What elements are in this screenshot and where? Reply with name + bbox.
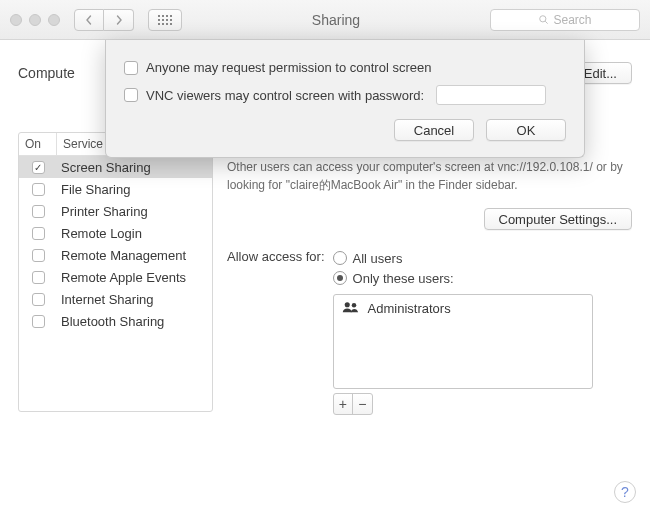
user-add-remove: + − <box>333 393 373 415</box>
users-icon <box>342 300 360 317</box>
service-label: Internet Sharing <box>57 292 212 307</box>
search-placeholder: Search <box>553 13 591 27</box>
service-row[interactable]: Remote Login <box>19 222 212 244</box>
back-button[interactable] <box>74 9 104 31</box>
opt-anyone-request: Anyone may request permission to control… <box>124 60 566 75</box>
ok-button[interactable]: OK <box>486 119 566 141</box>
remove-user-button[interactable]: − <box>353 394 372 414</box>
service-row[interactable]: Bluetooth Sharing <box>19 310 212 332</box>
user-list[interactable]: Administrators <box>333 294 593 389</box>
forward-button[interactable] <box>104 9 134 31</box>
opt-vnc-password-label: VNC viewers may control screen with pass… <box>146 88 424 103</box>
close-window-icon[interactable] <box>10 14 22 26</box>
service-label: Printer Sharing <box>57 204 212 219</box>
service-label: Remote Apple Events <box>57 270 212 285</box>
cancel-button[interactable]: Cancel <box>394 119 474 141</box>
window-title: Sharing <box>190 12 482 28</box>
list-item[interactable]: Administrators <box>334 295 592 322</box>
svg-point-3 <box>351 303 356 308</box>
service-row[interactable]: Remote Apple Events <box>19 266 212 288</box>
column-on: On <box>19 133 57 155</box>
service-checkbox[interactable] <box>32 161 45 174</box>
radio-only-users-label: Only these users: <box>353 271 454 286</box>
radio-all-users[interactable] <box>333 251 347 265</box>
service-checkbox[interactable] <box>32 205 45 218</box>
radio-all-users-label: All users <box>353 251 403 266</box>
minimize-window-icon[interactable] <box>29 14 41 26</box>
vnc-password-field[interactable] <box>436 85 546 105</box>
nav-buttons <box>74 9 134 31</box>
computer-settings-sheet: Anyone may request permission to control… <box>105 40 585 158</box>
search-icon <box>538 14 549 25</box>
service-row[interactable]: Printer Sharing <box>19 200 212 222</box>
allow-access-label: Allow access for: <box>227 248 325 264</box>
service-checkbox[interactable] <box>32 183 45 196</box>
svg-line-1 <box>546 21 548 23</box>
service-checkbox[interactable] <box>32 249 45 262</box>
service-label: Bluetooth Sharing <box>57 314 212 329</box>
opt-vnc-password: VNC viewers may control screen with pass… <box>124 85 566 105</box>
svg-point-0 <box>540 16 546 22</box>
service-row[interactable]: File Sharing <box>19 178 212 200</box>
service-checkbox[interactable] <box>32 227 45 240</box>
service-label: Screen Sharing <box>57 160 212 175</box>
checkbox-anyone-request[interactable] <box>124 61 138 75</box>
svg-point-2 <box>344 302 349 307</box>
service-label: Remote Login <box>57 226 212 241</box>
zoom-window-icon[interactable] <box>48 14 60 26</box>
show-all-button[interactable] <box>148 9 182 31</box>
service-checkbox[interactable] <box>32 271 45 284</box>
allow-access-row: Allow access for: All users Only these u… <box>227 248 632 415</box>
user-item-label: Administrators <box>368 301 451 316</box>
traffic-lights <box>10 14 60 26</box>
service-row[interactable]: Remote Management <box>19 244 212 266</box>
search-input[interactable]: Search <box>490 9 640 31</box>
service-row[interactable]: Internet Sharing <box>19 288 212 310</box>
titlebar: Sharing Search <box>0 0 650 40</box>
checkbox-vnc-password[interactable] <box>124 88 138 102</box>
help-button[interactable]: ? <box>614 481 636 503</box>
radio-only-users[interactable] <box>333 271 347 285</box>
service-label: File Sharing <box>57 182 212 197</box>
computer-settings-button[interactable]: Computer Settings... <box>484 208 633 230</box>
service-checkbox[interactable] <box>32 315 45 328</box>
service-checkbox[interactable] <box>32 293 45 306</box>
service-label: Remote Management <box>57 248 212 263</box>
computer-name-label: Compute <box>18 65 75 81</box>
status-subtext: Other users can access your computer's s… <box>227 158 627 194</box>
service-row[interactable]: Screen Sharing <box>19 156 212 178</box>
opt-anyone-request-label: Anyone may request permission to control… <box>146 60 431 75</box>
grid-icon <box>158 15 172 25</box>
service-list: On Service Screen SharingFile SharingPri… <box>18 132 213 412</box>
add-user-button[interactable]: + <box>334 394 354 414</box>
